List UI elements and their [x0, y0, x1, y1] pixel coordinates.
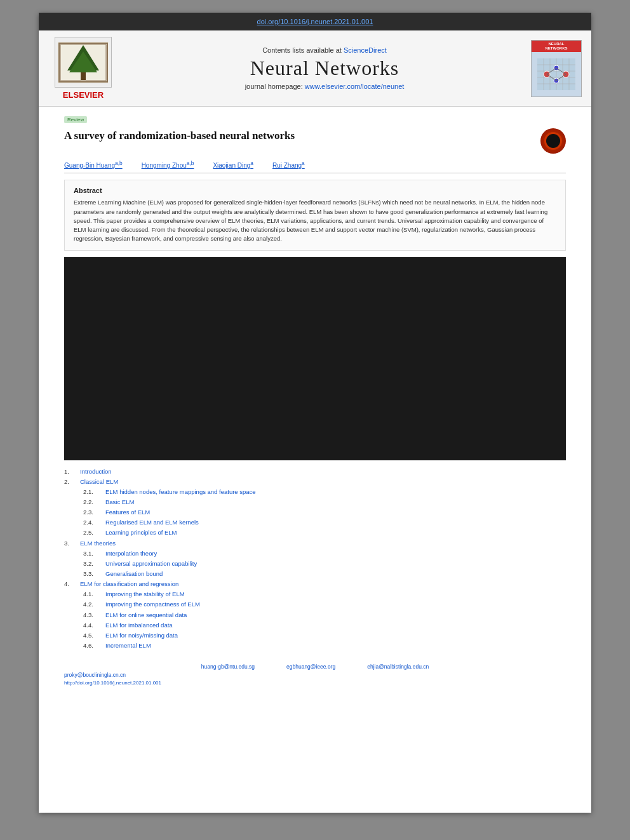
toc-item-2-4[interactable]: 2.4. Regularised ELM and ELM kernels — [64, 517, 566, 528]
abstract-text: Extreme Learning Machine (ELM) was propo… — [74, 198, 556, 243]
toc-item-3-2[interactable]: 3.2. Universal approximation capability — [64, 559, 566, 569]
email-extra[interactable]: proky@boucliningla.cn.cn — [64, 672, 126, 678]
main-content: Review A survey of randomization-based n… — [39, 107, 591, 698]
email-1[interactable]: huang-gb@ntu.edu.sg — [201, 663, 255, 670]
toc-item-4-5[interactable]: 4.5. ELM for noisy/missing data — [64, 630, 566, 641]
author-2[interactable]: Hongming Zhoua,b — [142, 160, 194, 169]
homepage-link[interactable]: www.elsevier.com/locate/neunet — [305, 83, 405, 90]
toc-item-4[interactable]: 4. ELM for classification and regression — [64, 579, 566, 589]
toc-item-1[interactable]: 1. Introduction — [64, 467, 566, 477]
journal-cover-image: NEURALNETWORKS — [531, 40, 582, 97]
top-bar: doi.org/10.1016/j.neunet.2021.01.001 — [39, 13, 591, 30]
toc-item-4-3[interactable]: 4.3. ELM for online sequential data — [64, 610, 566, 620]
doi-link-footer[interactable]: http://doi.org/10.1016/j.neunet.2021.01.… — [64, 680, 161, 686]
elsevier-brand-text: ELSEVIER — [63, 90, 104, 100]
author-4[interactable]: Rui Zhanga — [272, 160, 305, 169]
toc-item-3[interactable]: 3. ELM theories — [64, 538, 566, 549]
author-1[interactable]: Guang-Bin Huanga,b — [64, 160, 123, 169]
divider-1 — [64, 173, 566, 173]
header-center: Contents lists available at ScienceDirec… — [118, 46, 531, 90]
email-row-1: huang-gb@ntu.edu.sg egbhuang@ieee.org eh… — [64, 663, 566, 670]
email-3[interactable]: ehjia@nalbistingla.edu.cn — [367, 663, 429, 670]
toc-item-4-6[interactable]: 4.6. Incremental ELM — [64, 641, 566, 651]
doi-link-top[interactable]: doi.org/10.1016/j.neunet.2021.01.001 — [257, 18, 373, 25]
article-body-dark — [64, 257, 566, 460]
open-access-badge — [540, 128, 566, 154]
cover-title-text: NEURALNETWORKS — [532, 41, 581, 52]
footer-emails: huang-gb@ntu.edu.sg egbhuang@ieee.org eh… — [64, 663, 566, 686]
toc-item-2-3[interactable]: 2.3. Features of ELM — [64, 507, 566, 517]
toc-item-2-2[interactable]: 2.2. Basic ELM — [64, 497, 566, 507]
abstract-title: Abstract — [74, 187, 556, 194]
toc-item-2[interactable]: 2. Classical ELM — [64, 477, 566, 487]
toc-item-4-2[interactable]: 4.2. Improving the compactness of ELM — [64, 599, 566, 610]
journal-title: Neural Networks — [131, 57, 518, 80]
author-3[interactable]: Xiaojian Dinga — [213, 160, 253, 169]
toc-item-3-1[interactable]: 3.1. Interpolation theory — [64, 549, 566, 559]
toc-item-2-1[interactable]: 2.1. ELM hidden nodes, feature mappings … — [64, 487, 566, 497]
article-info-bar: Review — [64, 116, 566, 123]
article-title-block: A survey of randomization-based neural n… — [64, 128, 566, 154]
contents-line: Contents lists available at ScienceDirec… — [131, 46, 518, 54]
toc-item-2-5[interactable]: 2.5. Learning principles of ELM — [64, 528, 566, 538]
elsevier-logo: ELSEVIER — [48, 37, 118, 100]
authors-line: Guang-Bin Huanga,b Hongming Zhoua,b Xiao… — [64, 160, 566, 169]
science-direct-link[interactable]: ScienceDirect — [344, 46, 387, 54]
table-of-contents: 1. Introduction 2. Classical ELM 2.1. EL… — [64, 467, 566, 651]
header-section: ELSEVIER Contents lists available at Sci… — [39, 30, 591, 107]
journal-homepage: journal homepage: www.elsevier.com/locat… — [131, 83, 518, 90]
elsevier-image-box — [55, 37, 112, 88]
toc-item-4-1[interactable]: 4.1. Improving the stability of ELM — [64, 589, 566, 599]
article-badge: Review — [64, 116, 87, 123]
abstract-section: Abstract Extreme Learning Machine (ELM) … — [64, 180, 566, 250]
email-2[interactable]: egbhuang@ieee.org — [286, 663, 335, 670]
toc-item-3-3[interactable]: 3.3. Generalisation bound — [64, 569, 566, 579]
page: doi.org/10.1016/j.neunet.2021.01.001 ELS… — [39, 13, 591, 813]
toc-item-4-4[interactable]: 4.4. ELM for imbalanced data — [64, 620, 566, 630]
open-access-inner — [544, 132, 562, 150]
cover-grid — [532, 52, 581, 97]
article-title: A survey of randomization-based neural n… — [64, 128, 295, 143]
